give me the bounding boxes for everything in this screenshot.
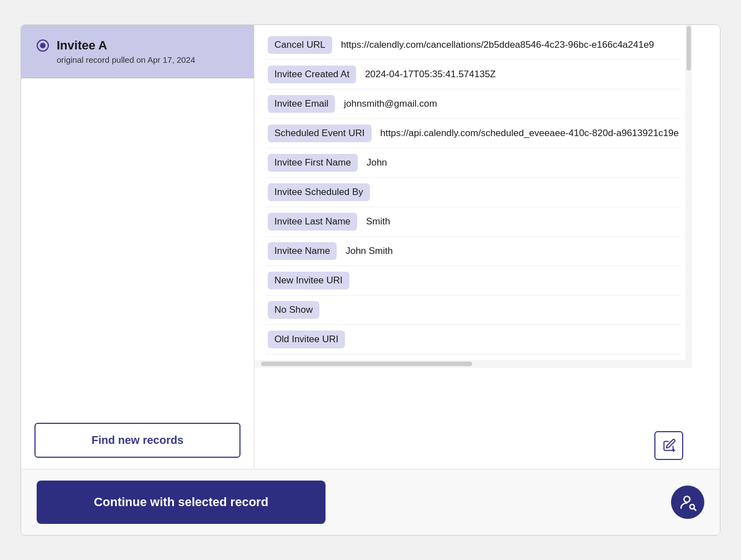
field-label: Invitee Scheduled By (268, 183, 370, 201)
record-item[interactable]: Invitee A original record pulled on Apr … (21, 25, 254, 78)
right-panel: Cancel URLhttps://calendly.com/cancellat… (254, 25, 692, 368)
field-value: johnsmith@gmail.com (344, 98, 437, 109)
field-row: Scheduled Event URIhttps://api.calendly.… (266, 119, 681, 148)
field-row: Invitee Created At2024-04-17T05:35:41.57… (266, 60, 681, 89)
field-value: https://calendly.com/cancellations/2b5dd… (341, 39, 654, 51)
continue-button[interactable]: Continue with selected record (37, 481, 326, 524)
field-row: Invitee First NameJohn (266, 148, 681, 178)
field-label: Old Invitee URI (268, 331, 345, 348)
record-info: Invitee A original record pulled on Apr … (57, 38, 195, 64)
field-row: Invitee Scheduled By (266, 178, 681, 207)
field-label: Invitee Name (268, 242, 337, 260)
fields-list: Cancel URLhttps://calendly.com/cancellat… (254, 25, 692, 360)
radio-button[interactable] (37, 39, 49, 52)
field-label: No Show (268, 301, 319, 319)
field-value: Smith (366, 216, 390, 227)
user-icon-button[interactable] (671, 486, 704, 519)
svg-point-2 (684, 496, 690, 502)
radio-dot (40, 43, 46, 48)
vertical-scrollbar[interactable] (685, 25, 692, 368)
user-search-icon (679, 493, 697, 511)
field-row: Invitee Emailjohnsmith@gmail.com (266, 89, 681, 119)
left-empty-space (21, 78, 254, 412)
scrollbar-thumb (687, 26, 691, 71)
edit-icon (662, 438, 676, 453)
field-row: No Show (266, 296, 681, 325)
find-records-button[interactable]: Find new records (34, 423, 241, 458)
bottom-bar: Continue with selected record (21, 469, 720, 535)
field-row: New Invitee URI (266, 266, 681, 296)
field-label: Invitee Email (268, 95, 335, 113)
record-meta: original record pulled on Apr 17, 2024 (57, 55, 195, 64)
field-value: John (367, 157, 387, 168)
field-label: Invitee First Name (268, 154, 358, 172)
field-row: Invitee NameJohn Smith (266, 237, 681, 266)
field-label: New Invitee URI (268, 272, 349, 289)
edit-add-button[interactable] (654, 431, 683, 460)
record-name: Invitee A (57, 38, 195, 53)
right-wrapper: Cancel URLhttps://calendly.com/cancellat… (254, 25, 692, 469)
hscroll-thumb (261, 362, 472, 366)
content-area: Invitee A original record pulled on Apr … (21, 25, 720, 469)
field-label: Invitee Last Name (268, 213, 357, 231)
horizontal-scrollbar[interactable] (254, 360, 692, 368)
field-label: Cancel URL (268, 36, 332, 54)
field-label: Invitee Created At (268, 66, 356, 83)
field-row: Cancel URLhttps://calendly.com/cancellat… (266, 31, 681, 60)
field-value: 2024-04-17T05:35:41.574135Z (365, 69, 495, 80)
field-row: Invitee Last NameSmith (266, 207, 681, 237)
field-value: John Smith (346, 246, 393, 257)
main-container: Invitee A original record pulled on Apr … (21, 24, 720, 536)
field-label: Scheduled Event URI (268, 124, 372, 142)
left-panel: Invitee A original record pulled on Apr … (21, 25, 254, 469)
field-value: https://api.calendly.com/scheduled_eveea… (380, 128, 679, 139)
field-row: Old Invitee URI (266, 325, 681, 354)
